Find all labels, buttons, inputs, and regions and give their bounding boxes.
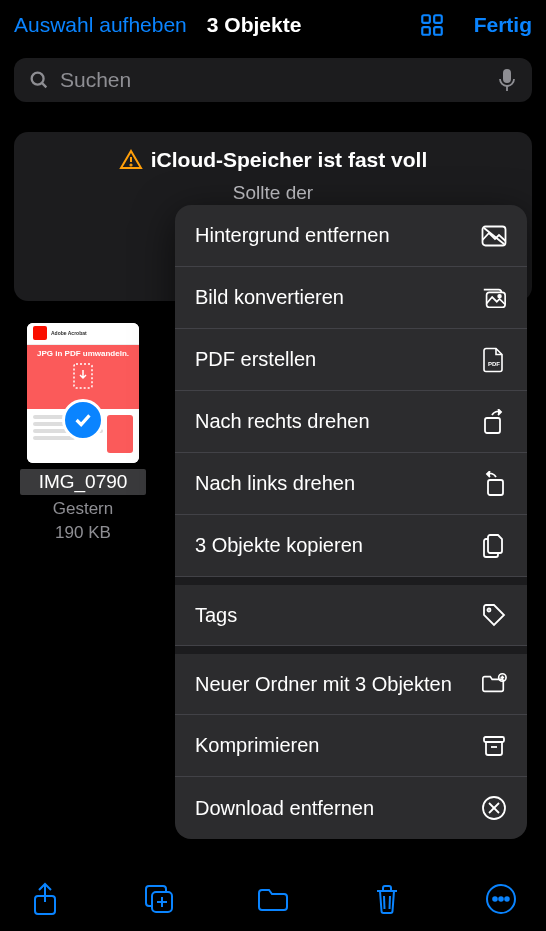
new-folder-icon bbox=[481, 671, 507, 697]
bottom-toolbar bbox=[0, 867, 546, 931]
svg-line-5 bbox=[42, 83, 46, 87]
copy-icon bbox=[481, 533, 507, 559]
rotate-right-icon bbox=[481, 409, 507, 435]
svg-point-9 bbox=[130, 164, 131, 165]
svg-rect-3 bbox=[434, 27, 442, 35]
share-button[interactable] bbox=[28, 882, 62, 916]
context-menu: M Hintergrund entfernen Bild konvertiere… bbox=[175, 205, 527, 839]
menu-new-folder[interactable]: Neuer Ordner mit 3 Objekten bbox=[175, 646, 527, 715]
top-nav: Auswahl aufheben 3 Objekte Fertig bbox=[0, 0, 546, 50]
svg-text:PDF: PDF bbox=[488, 361, 500, 367]
adobe-logo-icon bbox=[33, 326, 47, 340]
menu-remove-background[interactable]: Hintergrund entfernen bbox=[175, 205, 527, 267]
file-thumbnail: Adobe Acrobat JPG in PDF umwandeln. bbox=[27, 323, 139, 463]
menu-copy-items[interactable]: 3 Objekte kopieren bbox=[175, 515, 527, 577]
search-bar[interactable] bbox=[14, 58, 532, 102]
microphone-icon[interactable] bbox=[498, 68, 518, 92]
svg-point-4 bbox=[32, 73, 44, 85]
tag-icon bbox=[481, 602, 507, 628]
view-grid-icon[interactable] bbox=[418, 11, 446, 39]
menu-rotate-left[interactable]: Nach links drehen bbox=[175, 453, 527, 515]
selection-count-title: 3 Objekte bbox=[207, 13, 408, 37]
svg-point-14 bbox=[498, 294, 501, 297]
svg-point-36 bbox=[505, 897, 509, 901]
remove-download-icon bbox=[481, 795, 507, 821]
search-input[interactable] bbox=[60, 68, 488, 92]
svg-point-18 bbox=[488, 609, 491, 612]
svg-rect-1 bbox=[434, 15, 442, 23]
svg-point-34 bbox=[493, 897, 497, 901]
done-button[interactable]: Fertig bbox=[474, 13, 532, 37]
file-item[interactable]: Adobe Acrobat JPG in PDF umwandeln. IMG_… bbox=[20, 323, 146, 543]
svg-rect-22 bbox=[484, 737, 504, 742]
rotate-left-icon bbox=[481, 471, 507, 497]
menu-convert-image[interactable]: Bild konvertieren bbox=[175, 267, 527, 329]
svg-rect-17 bbox=[488, 480, 503, 495]
pdf-icon: PDF bbox=[481, 347, 507, 373]
more-button[interactable] bbox=[484, 882, 518, 916]
warning-icon bbox=[119, 148, 143, 172]
svg-rect-16 bbox=[485, 418, 500, 433]
svg-rect-0 bbox=[422, 15, 430, 23]
svg-line-32 bbox=[390, 896, 391, 909]
menu-tags[interactable]: Tags bbox=[175, 577, 527, 646]
duplicate-button[interactable] bbox=[142, 882, 176, 916]
menu-remove-download[interactable]: Download entfernen bbox=[175, 777, 527, 839]
file-name: IMG_0790 bbox=[20, 469, 146, 495]
svg-point-35 bbox=[499, 897, 503, 901]
search-icon bbox=[28, 69, 50, 91]
move-folder-button[interactable] bbox=[256, 882, 290, 916]
delete-button[interactable] bbox=[370, 882, 404, 916]
convert-image-icon bbox=[481, 285, 507, 311]
file-size: 190 KB bbox=[20, 523, 146, 543]
alert-title: iCloud-Speicher ist fast voll bbox=[151, 148, 428, 172]
menu-compress[interactable]: Komprimieren bbox=[175, 715, 527, 777]
deselect-button[interactable]: Auswahl aufheben bbox=[14, 13, 187, 37]
menu-rotate-right[interactable]: Nach rechts drehen bbox=[175, 391, 527, 453]
menu-create-pdf[interactable]: PDF erstellen PDF bbox=[175, 329, 527, 391]
svg-rect-2 bbox=[422, 27, 430, 35]
svg-rect-6 bbox=[503, 69, 511, 83]
file-date: Gestern bbox=[20, 499, 146, 519]
archive-icon bbox=[481, 733, 507, 759]
svg-line-31 bbox=[384, 896, 385, 909]
remove-bg-icon bbox=[481, 223, 507, 249]
selection-check-icon bbox=[62, 399, 104, 441]
